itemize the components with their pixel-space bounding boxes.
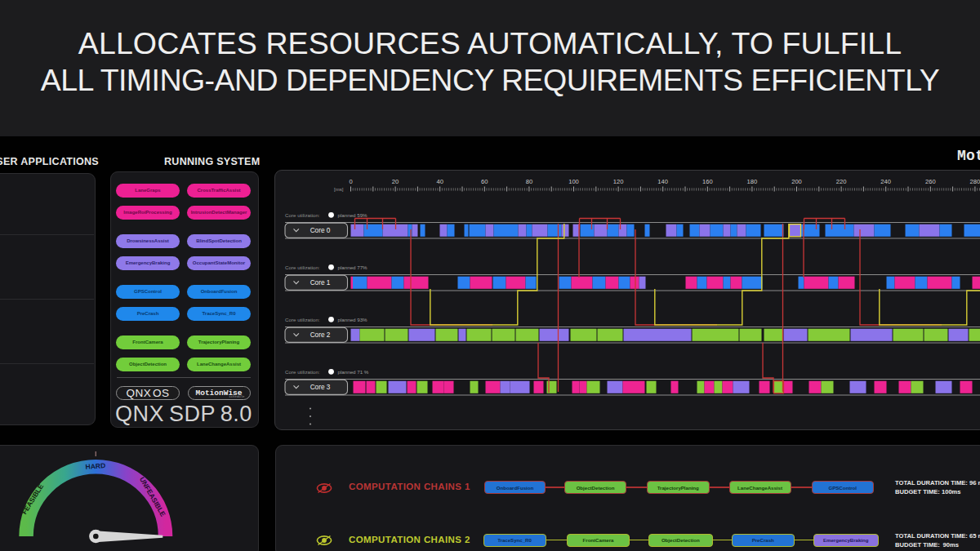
svg-text:Core 0: Core 0 [310,227,330,234]
svg-text:140: 140 [657,178,668,185]
svg-text:Core utilization:: Core utilization: [285,317,320,322]
svg-text:Core utilization:: Core utilization: [285,369,320,375]
svg-text:Core 1: Core 1 [310,279,330,287]
svg-text:HARD: HARD [85,461,105,471]
svg-text:200: 200 [791,178,802,185]
svg-text:120: 120 [612,178,623,185]
svg-text:80: 80 [525,178,532,185]
svg-text:Core 3: Core 3 [310,384,330,391]
svg-text:planned 93%: planned 93% [337,317,368,322]
svg-text:planned 71 %: planned 71 % [337,369,368,375]
svg-text:UNFEASIBLE: UNFEASIBLE [138,475,167,518]
svg-text:180: 180 [746,178,757,185]
svg-text:280: 280 [969,178,980,185]
svg-text:100: 100 [568,178,579,185]
svg-text:60: 60 [481,178,488,185]
svg-text:20: 20 [391,178,398,185]
svg-text:Core utilization:: Core utilization: [285,212,320,218]
svg-text:240: 240 [880,178,891,185]
svg-text:Core 2: Core 2 [310,331,330,339]
svg-text:planned 77%: planned 77% [337,264,368,270]
svg-text:[ms]: [ms] [334,187,344,192]
svg-text:Core utilization:: Core utilization: [285,264,320,270]
svg-text:160: 160 [702,178,712,185]
svg-text:planned 59%: planned 59% [337,212,368,218]
svg-text:0: 0 [349,178,352,185]
svg-text:260: 260 [924,178,935,185]
svg-text:40: 40 [436,178,443,185]
svg-text:220: 220 [835,178,846,185]
